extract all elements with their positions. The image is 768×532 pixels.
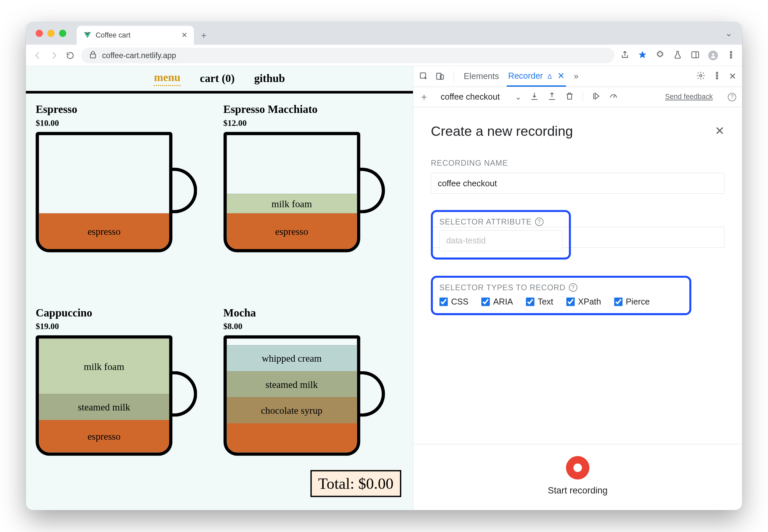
cart-total-badge[interactable]: Total: $0.00 xyxy=(310,470,401,497)
help-icon[interactable]: ? xyxy=(728,93,736,101)
selector-types-help-icon[interactable]: ? xyxy=(569,283,577,292)
recording-name-input[interactable] xyxy=(431,173,724,194)
nav-cart[interactable]: cart (0) xyxy=(200,72,235,85)
tab-list-chevron-icon[interactable]: ⌄ xyxy=(725,28,732,38)
settings-gear-icon[interactable] xyxy=(696,71,705,82)
replay-icon[interactable] xyxy=(591,91,600,102)
selector-type-checkbox[interactable]: CSS xyxy=(439,297,469,307)
content-split: menu cart (0) github Espresso$10.00espre… xyxy=(26,66,742,510)
close-tab-icon[interactable]: ✕ xyxy=(181,31,187,39)
cup-layer: whipped cream xyxy=(227,345,357,371)
cup-illustration: whipped creamsteamed milkchocolate syrup xyxy=(223,335,403,456)
devtools-panel: Elements Recorder ✕ » ✕ ＋ coffee checkou… xyxy=(413,66,742,510)
product-card[interactable]: Espresso$10.00espresso xyxy=(36,103,215,297)
current-recording-name[interactable]: coffee checkout xyxy=(441,92,500,102)
cup-layer: espresso xyxy=(227,213,357,249)
start-recording-label: Start recording xyxy=(548,486,608,496)
panel-title: Create a new recording xyxy=(431,124,724,139)
minimize-window-button[interactable] xyxy=(48,30,55,37)
close-devtools-icon[interactable]: ✕ xyxy=(729,71,736,82)
window-controls xyxy=(36,30,66,37)
devtools-kebab-icon[interactable] xyxy=(713,71,721,82)
tab-elements[interactable]: Elements xyxy=(462,67,500,86)
import-icon[interactable] xyxy=(547,91,556,102)
performance-icon[interactable] xyxy=(609,91,618,102)
tab-title: Coffee cart xyxy=(96,31,131,39)
export-icon[interactable] xyxy=(530,91,539,102)
web-page: menu cart (0) github Espresso$10.00espre… xyxy=(26,66,413,510)
product-name: Mocha xyxy=(223,307,403,319)
selector-type-label: Text xyxy=(538,297,553,307)
cup-layer: chocolate syrup xyxy=(227,397,357,423)
maximize-window-button[interactable] xyxy=(59,30,66,37)
share-icon[interactable] xyxy=(620,50,629,60)
vue-favicon-icon xyxy=(83,31,91,39)
product-card[interactable]: Mocha$8.00whipped creamsteamed milkchoco… xyxy=(223,307,403,500)
cup-layer xyxy=(227,423,357,452)
product-price: $10.00 xyxy=(36,118,215,128)
add-recording-icon[interactable]: ＋ xyxy=(419,90,429,104)
toolbar-right xyxy=(620,50,735,60)
recording-name-label: RECORDING NAME xyxy=(431,159,724,168)
cup-layer: milk foam xyxy=(39,339,169,394)
side-panel-icon[interactable] xyxy=(691,50,700,60)
product-name: Espresso xyxy=(36,103,215,116)
device-toolbar-icon[interactable] xyxy=(435,71,445,81)
svg-point-3 xyxy=(712,53,715,55)
product-grid: Espresso$10.00espressoEspresso Macchiato… xyxy=(26,94,413,510)
bookmark-star-icon[interactable] xyxy=(638,50,647,60)
extensions-icon[interactable] xyxy=(655,50,664,60)
product-card[interactable]: Espresso Macchiato$12.00milk foamespress… xyxy=(223,103,403,297)
selector-attribute-section: SELECTOR ATTRIBUTE ? xyxy=(431,210,724,259)
recorder-footer: Start recording xyxy=(413,444,742,510)
back-button[interactable] xyxy=(33,50,43,60)
profile-avatar[interactable] xyxy=(708,50,718,60)
close-window-button[interactable] xyxy=(36,30,43,37)
close-recorder-tab-icon[interactable]: ✕ xyxy=(557,71,565,80)
devtools-tab-strip: Elements Recorder ✕ » ✕ xyxy=(413,66,742,87)
selector-type-label: Pierce xyxy=(626,297,650,307)
labs-flask-icon[interactable] xyxy=(673,50,682,60)
svg-point-13 xyxy=(716,77,718,79)
svg-point-5 xyxy=(730,54,732,55)
inspect-element-icon[interactable] xyxy=(419,71,429,81)
selector-type-checkbox[interactable]: XPath xyxy=(566,297,601,307)
svg-point-6 xyxy=(730,56,732,58)
selector-attribute-help-icon[interactable]: ? xyxy=(535,218,543,226)
more-tabs-icon[interactable]: » xyxy=(572,67,580,86)
svg-point-11 xyxy=(716,72,718,74)
selector-type-label: ARIA xyxy=(493,297,513,307)
start-recording-button[interactable] xyxy=(566,456,590,480)
selector-type-label: XPath xyxy=(578,297,601,307)
selector-type-checkbox[interactable]: ARIA xyxy=(481,297,513,307)
nav-github[interactable]: github xyxy=(254,72,285,85)
reload-button[interactable] xyxy=(65,50,75,60)
svg-point-4 xyxy=(730,51,732,53)
close-panel-icon[interactable]: ✕ xyxy=(715,124,724,138)
selector-attribute-input[interactable] xyxy=(439,230,562,251)
recorder-toolbar: ＋ coffee checkout ⌄ Send feedback ? xyxy=(413,87,742,107)
page-nav: menu cart (0) github xyxy=(26,66,413,93)
cup-illustration: espresso xyxy=(36,132,215,252)
product-price: $19.00 xyxy=(36,322,215,331)
nav-menu[interactable]: menu xyxy=(154,71,180,86)
new-tab-button[interactable]: ＋ xyxy=(198,29,210,42)
selector-types-label: SELECTOR TYPES TO RECORD xyxy=(439,283,566,292)
svg-point-12 xyxy=(716,75,718,76)
cup-layer: espresso xyxy=(39,420,169,453)
send-feedback-link[interactable]: Send feedback xyxy=(665,93,713,101)
tab-recorder[interactable]: Recorder ✕ xyxy=(507,66,566,87)
svg-point-10 xyxy=(700,74,702,77)
omnibox[interactable]: coffee-cart.netlify.app xyxy=(81,47,615,63)
selector-type-checkbox[interactable]: Pierce xyxy=(614,297,650,307)
kebab-menu-icon[interactable] xyxy=(726,50,735,60)
delete-icon[interactable] xyxy=(565,91,574,102)
selector-type-checkbox[interactable]: Text xyxy=(526,297,553,307)
browser-tab[interactable]: Coffee cart ✕ xyxy=(77,26,194,45)
selector-type-label: CSS xyxy=(451,297,468,307)
recorder-body: ✕ Create a new recording RECORDING NAME … xyxy=(413,107,742,444)
recording-picker-chevron-icon[interactable]: ⌄ xyxy=(515,92,522,101)
forward-button[interactable] xyxy=(49,50,59,60)
product-card[interactable]: Cappuccino$19.00milk foamsteamed milkesp… xyxy=(36,307,215,500)
address-bar: coffee-cart.netlify.app xyxy=(26,45,742,66)
